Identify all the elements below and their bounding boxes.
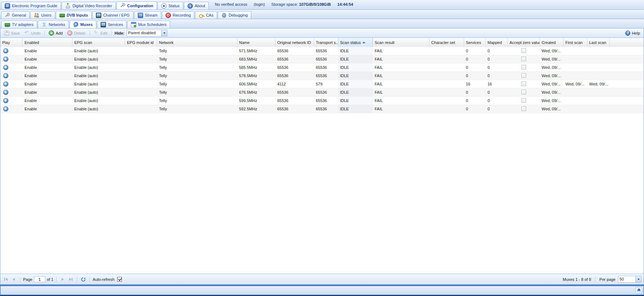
column-header-services[interactable]: Services <box>464 38 486 47</box>
autorefresh-checkbox[interactable] <box>117 277 122 282</box>
per-page-select[interactable]: 50 <box>618 276 641 283</box>
accept-zero-checkbox[interactable] <box>521 48 526 53</box>
column-header-enabled[interactable]: Enabled <box>23 38 72 47</box>
column-header-epg[interactable]: EPG scan <box>72 38 125 47</box>
cell-epgmod <box>125 88 157 96</box>
save-button[interactable]: Save <box>2 30 22 36</box>
cell-tsid: 65536 <box>314 72 338 80</box>
accept-zero-checkbox[interactable] <box>521 98 526 103</box>
play-button[interactable] <box>3 48 8 53</box>
delete-button[interactable]: Delete <box>65 30 87 36</box>
prev-page-button[interactable] <box>10 276 17 283</box>
toolbar-separator <box>44 30 45 36</box>
tab-general[interactable]: General <box>1 11 30 19</box>
tab-networks[interactable]: Networks <box>38 21 69 28</box>
tvheadend-app: Electronic Program Guide Digital Video R… <box>0 0 644 296</box>
last-page-button[interactable] <box>67 276 74 283</box>
column-header-network[interactable]: Network <box>157 38 237 47</box>
tab-muxes[interactable]: Muxes <box>70 20 96 28</box>
cell-play <box>0 97 23 105</box>
cell-created: Wed, 09/... <box>540 97 564 105</box>
tab-dvb-inputs[interactable]: DVB Inputs <box>56 11 92 19</box>
accept-zero-checkbox[interactable] <box>521 81 526 86</box>
accept-zero-checkbox[interactable] <box>521 73 526 78</box>
table-row[interactable]: EnableEnable (auto)Telly571.5MHz65536655… <box>0 47 644 55</box>
cell-last_scan <box>587 72 610 80</box>
record-icon <box>166 13 171 18</box>
play-button[interactable] <box>3 106 8 111</box>
edit-button[interactable]: Edit <box>92 30 109 36</box>
cell-epgmod <box>125 63 157 71</box>
help-button[interactable]: Help <box>623 30 642 36</box>
refresh-button[interactable] <box>80 276 87 283</box>
column-header-last_scan[interactable]: Last scan <box>587 38 610 47</box>
table-row[interactable]: EnableEnable (auto)Telly585.5MHz65536655… <box>0 63 644 72</box>
cell-first_scan <box>564 97 587 105</box>
tab-services[interactable]: Services <box>97 21 127 28</box>
play-button[interactable] <box>3 90 8 95</box>
first-page-button[interactable] <box>3 276 9 283</box>
tab-about[interactable]: About <box>184 2 209 9</box>
dvb-tabbar: TV adapters Networks Muxes Services Mux … <box>0 19 644 28</box>
accept-zero-checkbox[interactable] <box>521 65 526 70</box>
tab-users[interactable]: Users <box>30 11 55 19</box>
column-header-mapped[interactable]: Mapped <box>486 38 508 47</box>
column-header-zero[interactable]: Accept zero value... <box>508 38 540 47</box>
column-header-created[interactable]: Created <box>540 38 564 47</box>
cell-services: 0 <box>464 47 486 55</box>
tab-mux-schedulers[interactable]: Mux Schedulers <box>127 21 170 28</box>
page-number-input[interactable] <box>34 276 45 282</box>
table-row[interactable]: EnableEnable (auto)Telly683.5MHz65536655… <box>0 55 644 63</box>
cell-name: 676.5MHz <box>237 88 275 96</box>
table-row[interactable]: EnableEnable (auto)Telly592.5MHz65536655… <box>0 105 644 113</box>
delete-label: Delete <box>74 31 85 35</box>
column-header-scan_result[interactable]: Scan result <box>373 38 429 47</box>
column-header-scan_status[interactable]: Scan status <box>338 38 373 47</box>
column-header-charset[interactable]: Character set <box>429 38 464 47</box>
accept-zero-checkbox[interactable] <box>521 106 526 111</box>
column-header-name[interactable]: Name <box>237 38 275 47</box>
table-row[interactable]: EnableEnable (auto)Telly606.5MHz4112579I… <box>0 80 644 88</box>
tab-channel-epg[interactable]: Channel / EPG <box>92 11 133 19</box>
accept-zero-checkbox[interactable] <box>521 57 526 61</box>
storage-value: 107GiB/0/108GiB <box>299 2 331 6</box>
play-button[interactable] <box>3 57 8 62</box>
column-header-play[interactable]: Play <box>0 38 23 47</box>
column-label: First scan <box>565 40 583 45</box>
column-header-onid[interactable]: Original network ID <box>275 38 314 47</box>
prev-page-icon <box>13 278 15 281</box>
undo-button[interactable]: Undo <box>22 30 42 36</box>
table-row[interactable]: EnableEnable (auto)Telly599.5MHz65536655… <box>0 97 644 105</box>
play-button[interactable] <box>3 81 8 87</box>
accept-zero-checkbox[interactable] <box>521 90 526 94</box>
tab-electronic-program-guide[interactable]: Electronic Program Guide <box>1 2 61 9</box>
play-button[interactable] <box>3 65 8 70</box>
tab-status[interactable]: Status <box>158 2 183 9</box>
column-header-epgmod[interactable]: EPG module id <box>125 38 157 47</box>
tab-recording[interactable]: Recording <box>162 11 194 19</box>
tab-cas[interactable]: CAs <box>195 11 217 19</box>
tab-debugging[interactable]: Debugging <box>218 11 251 19</box>
add-button[interactable]: Add <box>47 30 65 36</box>
tab-configuration[interactable]: Configuration <box>116 1 157 9</box>
next-page-button[interactable] <box>59 276 66 283</box>
cell-epgmod <box>125 47 157 55</box>
table-row[interactable]: EnableEnable (auto)Telly578.5MHz65536655… <box>0 72 644 80</box>
login-link[interactable]: (login) <box>254 2 265 6</box>
cell-onid: 65536 <box>275 97 314 105</box>
table-row[interactable]: EnableEnable (auto)Telly676.5MHz65536655… <box>0 88 644 97</box>
cell-scan_status: IDLE <box>338 63 373 71</box>
tab-digital-video-recorder[interactable]: Digital Video Recorder <box>62 2 116 9</box>
tab-stream[interactable]: Stream <box>134 11 161 19</box>
hide-filter-combobox[interactable]: Parent disabled <box>127 30 167 36</box>
expand-panel-button[interactable] <box>635 287 642 294</box>
column-header-first_scan[interactable]: First scan <box>564 38 587 47</box>
cell-first_scan <box>564 88 587 96</box>
column-header-tsid[interactable]: Transport s... <box>314 38 338 47</box>
play-button[interactable] <box>3 98 8 103</box>
cell-last_scan <box>587 47 610 55</box>
tab-tv-adapters[interactable]: TV adapters <box>1 21 37 28</box>
cell-epg: Enable (auto) <box>72 47 125 55</box>
play-button[interactable] <box>3 73 8 78</box>
tab-label: Muxes <box>80 22 93 27</box>
